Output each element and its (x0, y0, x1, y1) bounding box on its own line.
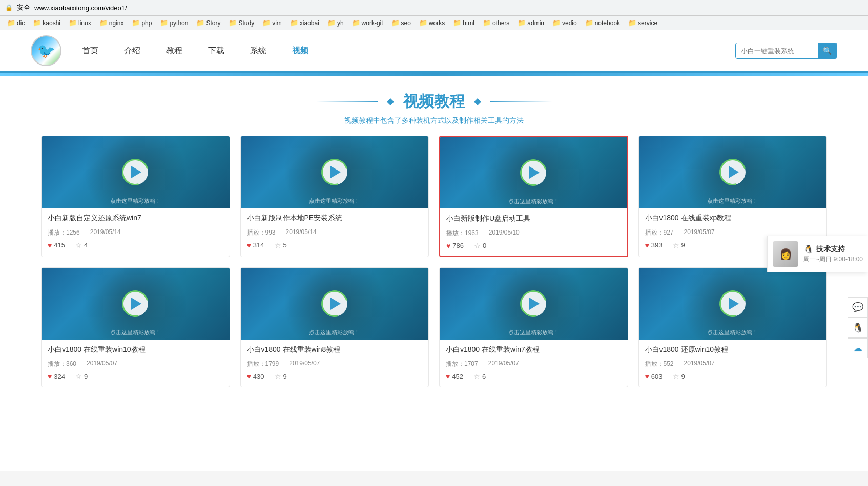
heart-icon-6: ♥ (446, 372, 450, 381)
video-title-7: 小白v1800 还原win10教程 (645, 345, 821, 355)
thumbnail-text-7: 点击这里精彩放鸣！ (707, 329, 758, 336)
bookmark-item-yh[interactable]: 📁yh (324, 18, 347, 28)
video-title-3: 小白v1800 在线重装xp教程 (645, 213, 821, 223)
video-meta-0: 播放：1256 2019/05/14 (48, 228, 223, 237)
video-thumbnail-0: 点击这里精彩放鸣！ (42, 136, 230, 208)
nav-tutorial[interactable]: 教程 (166, 43, 182, 59)
bookmark-item-html[interactable]: 📁html (450, 18, 478, 28)
dislikes-count-0: 4 (84, 241, 88, 249)
video-card-4[interactable]: 点击这里精彩放鸣！ 小白v1800 在线重装win10教程 播放：360 201… (41, 267, 230, 388)
video-grid: 点击这里精彩放鸣！ 小白新版自定义还原系统win7 播放：1256 2019/0… (41, 136, 827, 387)
likes-count-1: 314 (253, 241, 264, 249)
likes-count-6: 452 (452, 373, 463, 381)
cloud-icon-btn[interactable]: ☁ (848, 338, 868, 358)
video-meta-2: 播放：1963 2019/05/10 (446, 229, 621, 238)
nav-video[interactable]: 视频 (292, 43, 308, 59)
thumbnail-text-4: 点击这里精彩放鸣！ (110, 329, 161, 336)
video-title-4: 小白v1800 在线重装win10教程 (48, 345, 223, 355)
video-stats-0: ♥ 415 ☆ 4 (48, 241, 223, 249)
video-meta-4: 播放：360 2019/05/07 (48, 360, 223, 368)
bookmark-item-work-git[interactable]: 📁work-git (349, 18, 386, 28)
nav-intro[interactable]: 介绍 (124, 43, 140, 59)
folder-icon: 📁 (585, 19, 593, 27)
date-0: 2019/05/14 (90, 228, 121, 237)
heart-icon-1: ♥ (247, 241, 251, 249)
bookmark-item-nginx[interactable]: 📁nginx (96, 18, 127, 28)
chat-icon-btn[interactable]: 💬 (848, 297, 868, 318)
bookmark-item-works[interactable]: 📁works (416, 18, 448, 28)
dislike-icon-0: ☆ (75, 241, 82, 249)
bookmarks-bar: 📁dic📁kaoshi📁linux📁nginx📁php📁python📁Story… (0, 16, 868, 30)
bookmark-item-php[interactable]: 📁php (129, 18, 155, 28)
title-line-left (316, 101, 378, 102)
bookmark-item-Story[interactable]: 📁Story (193, 18, 223, 28)
nav-system[interactable]: 系统 (250, 43, 266, 59)
bookmark-label: notebook (595, 19, 620, 27)
bookmark-item-vim[interactable]: 📁vim (259, 18, 285, 28)
address-bar: 🔒 安全 www.xiaobaixitong.com/video1/ (0, 0, 868, 16)
dislikes-0: ☆ 4 (75, 241, 88, 249)
thumbnail-text-5: 点击这里精彩放鸣！ (309, 329, 360, 336)
play-button-1 (322, 159, 347, 185)
support-widget[interactable]: 👩 🐧 技术支持 周一~周日 9:00-18:00 (767, 236, 868, 272)
bookmark-item-admin[interactable]: 📁admin (514, 18, 547, 28)
likes-4: ♥ 324 (48, 372, 65, 381)
date-7: 2019/05/07 (684, 360, 715, 368)
video-card-5[interactable]: 点击这里精彩放鸣！ 小白v1800 在线重装win8教程 播放：1799 201… (240, 267, 429, 388)
dislike-icon-2: ☆ (474, 242, 481, 250)
bookmark-item-notebook[interactable]: 📁notebook (582, 18, 623, 28)
bookmark-item-kaoshi[interactable]: 📁kaoshi (30, 18, 64, 28)
bookmark-item-dic[interactable]: 📁dic (4, 18, 28, 28)
video-stats-7: ♥ 603 ☆ 9 (645, 372, 821, 381)
dislikes-count-3: 9 (681, 241, 685, 249)
video-card-7[interactable]: 点击这里精彩放鸣！ 小白v1800 还原win10教程 播放：552 2019/… (638, 267, 828, 388)
bookmark-item-others[interactable]: 📁others (480, 18, 512, 28)
bookmark-item-Study[interactable]: 📁Study (225, 18, 257, 28)
dislike-icon-4: ☆ (75, 372, 82, 381)
play-arrow-circle-5 (316, 285, 353, 322)
likes-3: ♥ 393 (645, 241, 663, 249)
video-stats-1: ♥ 314 ☆ 5 (247, 241, 423, 249)
bookmark-item-vedio[interactable]: 📁vedio (549, 18, 580, 28)
qq-btn[interactable]: 🐧 (848, 318, 868, 338)
qq-icon: 🐧 (803, 244, 814, 254)
video-info-2: 小白新版制作U盘启动工具 播放：1963 2019/05/10 ♥ 786 ☆ … (440, 208, 627, 256)
video-card-0[interactable]: 点击这里精彩放鸣！ 小白新版自定义还原系统win7 播放：1256 2019/0… (41, 136, 230, 257)
bookmark-label: html (463, 19, 474, 27)
bookmark-item-xiaobai[interactable]: 📁xiaobai (287, 18, 322, 28)
page-wrapper: 🐦 首页 介绍 教程 下载 系统 视频 🔍 视频教程 视 (0, 30, 868, 471)
folder-icon: 📁 (327, 19, 336, 27)
top-nav: 🐦 首页 介绍 教程 下载 系统 视频 🔍 (0, 30, 868, 73)
play-btn-wrap-4 (122, 291, 148, 316)
support-avatar: 👩 (773, 241, 798, 267)
video-card-2[interactable]: 点击这里精彩放鸣！ 小白新版制作U盘启动工具 播放：1963 2019/05/1… (439, 136, 628, 257)
logo[interactable]: 🐦 (31, 35, 61, 66)
video-meta-5: 播放：1799 2019/05/07 (247, 360, 423, 368)
support-title: 🐧 技术支持 (803, 244, 863, 254)
search-input[interactable] (736, 44, 818, 58)
bookmark-item-linux[interactable]: 📁linux (66, 18, 94, 28)
side-icons: 💬 🐧 ☁ (848, 297, 868, 358)
bookmark-label: work-git (362, 19, 383, 27)
play-button-5 (322, 291, 347, 316)
dislikes-2: ☆ 0 (474, 242, 486, 250)
nav-download[interactable]: 下载 (208, 43, 224, 59)
video-card-1[interactable]: 点击这里精彩放鸣！ 小白新版制作本地PE安装系统 播放：993 2019/05/… (240, 136, 429, 257)
nav-home[interactable]: 首页 (82, 43, 98, 59)
bookmark-item-python[interactable]: 📁python (157, 18, 191, 28)
likes-count-2: 786 (452, 242, 464, 249)
video-card-6[interactable]: 点击这里精彩放鸣！ 小白v1800 在线重装win7教程 播放：1707 201… (439, 267, 628, 388)
folder-icon: 📁 (69, 19, 77, 27)
dislikes-count-4: 9 (84, 373, 88, 381)
bookmark-label: kaoshi (43, 19, 60, 27)
url-display: www.xiaobaixitong.com/video1/ (34, 4, 127, 12)
bookmark-item-service[interactable]: 📁service (625, 18, 660, 28)
dislikes-3: ☆ 9 (673, 241, 685, 249)
bookmark-item-seo[interactable]: 📁seo (388, 18, 414, 28)
bookmark-label: vedio (562, 19, 577, 27)
thumbnail-text-3: 点击这里精彩放鸣！ (707, 197, 758, 205)
search-button[interactable]: 🔍 (818, 43, 837, 58)
title-line-right (490, 101, 552, 102)
title-diamond-left (387, 98, 394, 105)
video-thumbnail-7: 点击这里精彩放鸣！ (639, 268, 827, 340)
